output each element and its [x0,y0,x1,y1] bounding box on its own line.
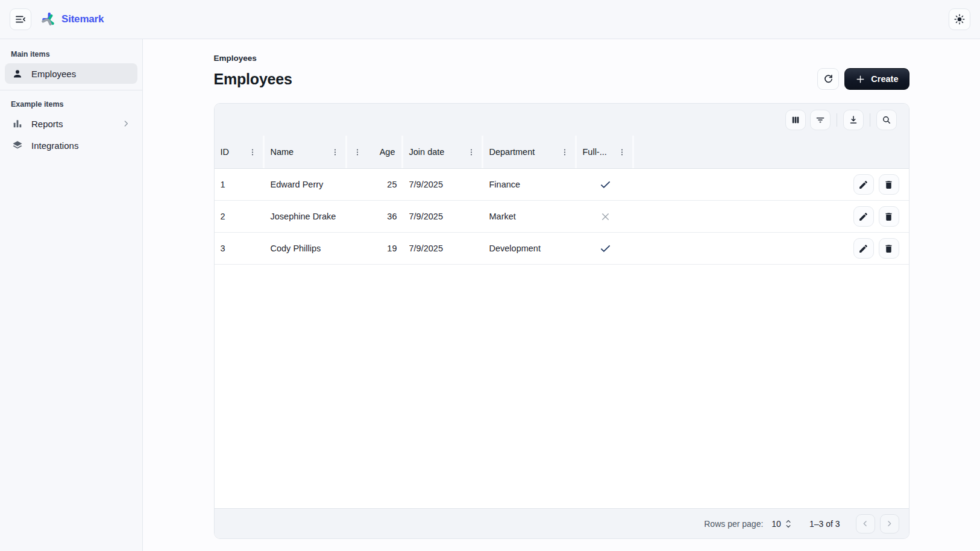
column-menu-icon[interactable] [618,148,626,157]
cell-full-time [577,201,634,232]
trash-icon [884,180,894,190]
sidebar-item-label: Integrations [31,140,78,151]
cell-id: 1 [215,169,265,200]
table-row[interactable]: 3 Cody Phillips 19 7/9/2025 Development [215,233,909,265]
pencil-icon [858,244,868,254]
breadcrumb: Employees [214,54,909,63]
cell-department: Market [483,201,577,232]
next-page-button[interactable] [880,514,899,534]
edit-row-button[interactable] [853,174,874,195]
check-icon [599,178,612,191]
column-menu-icon[interactable] [331,148,339,157]
column-header-label: Name [271,147,294,157]
columns-button[interactable] [785,110,806,130]
sidebar: Main items Employees Example items Repor… [0,39,143,551]
theme-sun-icon [953,13,966,25]
sidebar-divider [0,90,142,90]
brand-logo: Sitemark [41,12,104,27]
rows-per-page-label: Rows per page: [704,519,763,529]
grid-footer: Rows per page: 10 1–3 of 3 [215,508,909,538]
topbar: Sitemark [0,0,980,39]
select-stepper-icon [784,518,793,529]
column-header-label: Department [489,147,535,157]
main-area: Employees Employees Create [143,39,980,551]
pagination-range: 1–3 of 3 [809,519,840,529]
pencil-icon [858,180,868,190]
person-icon [11,68,24,80]
sidebar-item-employees[interactable]: Employees [5,63,137,84]
cell-join-date: 7/9/2025 [403,233,483,264]
cell-name: Josephine Drake [265,201,347,232]
rows-per-page-value: 10 [771,519,781,529]
edit-row-button[interactable] [853,206,874,227]
export-button[interactable] [843,110,864,130]
bar-chart-icon [11,118,24,130]
create-button[interactable]: Create [844,68,909,90]
chevron-right-icon [885,519,894,528]
column-header[interactable]: Department [483,136,577,168]
cell-join-date: 7/9/2025 [403,201,483,232]
cross-icon [600,211,611,222]
column-header[interactable]: Join date [403,136,483,168]
cell-id: 2 [215,201,265,232]
column-header-label: Age [380,147,395,157]
menu-open-icon [14,13,27,25]
cell-age: 25 [347,169,403,200]
delete-row-button[interactable] [879,174,899,195]
refresh-button[interactable] [817,68,839,90]
row-actions [634,233,909,264]
data-grid: ID Name Age Join date Department Full-..… [214,103,909,539]
pencil-icon [858,212,868,222]
column-header-label: ID [221,147,230,157]
sidebar-collapse-button[interactable] [10,8,31,30]
sidebar-section-title: Example items [0,94,142,113]
layers-icon [11,139,24,151]
cell-full-time [577,169,634,200]
cell-name: Edward Perry [265,169,347,200]
refresh-icon [823,74,834,85]
page-title: Employees [214,71,292,88]
toolbar-divider [870,113,870,127]
trash-icon [884,212,894,222]
sidebar-item-reports[interactable]: Reports [5,113,137,134]
columns-icon [790,115,801,125]
table-row[interactable]: 2 Josephine Drake 36 7/9/2025 Market [215,201,909,233]
cell-age: 36 [347,201,403,232]
rows-per-page-select[interactable]: 10 [771,518,793,529]
column-header[interactable]: Name [265,136,347,168]
sidebar-item-label: Employees [31,69,76,79]
theme-toggle-button[interactable] [949,8,970,30]
column-header[interactable]: Full-... [577,136,634,168]
search-button[interactable] [876,110,897,130]
column-header[interactable]: Age [347,136,403,168]
row-actions [634,169,909,200]
column-menu-icon[interactable] [353,148,362,157]
previous-page-button[interactable] [856,514,875,534]
edit-row-button[interactable] [853,238,874,259]
export-icon [848,115,859,125]
column-menu-icon[interactable] [467,148,476,157]
row-actions [634,201,909,232]
table-header-row: ID Name Age Join date Department Full-..… [215,136,909,169]
column-header[interactable]: ID [215,136,265,168]
filter-icon [815,115,826,125]
cell-name: Cody Phillips [265,233,347,264]
cell-department: Finance [483,169,577,200]
column-menu-icon[interactable] [561,148,569,157]
cell-id: 3 [215,233,265,264]
sidebar-section-title: Main items [0,44,142,63]
delete-row-button[interactable] [879,238,899,259]
filter-button[interactable] [810,110,831,130]
cell-age: 19 [347,233,403,264]
delete-row-button[interactable] [879,206,899,227]
column-header-label: Join date [409,147,445,157]
trash-icon [884,244,894,254]
plus-icon [855,74,865,84]
sidebar-item-integrations[interactable]: Integrations [5,135,137,156]
toolbar-divider [837,113,837,127]
cell-full-time [577,233,634,264]
column-menu-icon[interactable] [248,148,257,157]
sitemark-logo-icon [41,12,56,27]
grid-toolbar [215,104,909,136]
table-row[interactable]: 1 Edward Perry 25 7/9/2025 Finance [215,169,909,201]
